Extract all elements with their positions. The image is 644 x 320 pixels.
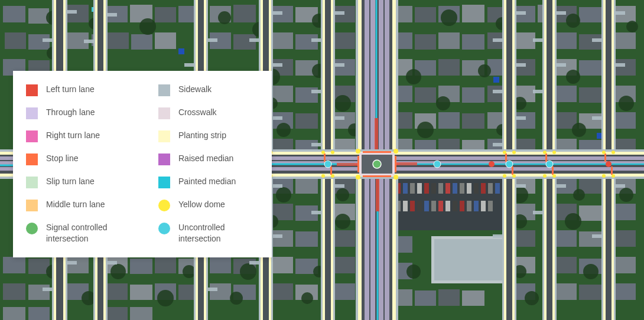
svg-point-225	[619, 96, 634, 111]
svg-rect-8	[178, 6, 196, 22]
svg-rect-178	[614, 257, 636, 273]
svg-rect-182	[106, 283, 128, 300]
svg-point-387	[606, 161, 612, 167]
svg-rect-201	[28, 307, 50, 320]
legend-label: Stop line	[46, 153, 78, 164]
svg-rect-23	[579, 7, 601, 22]
svg-rect-126	[410, 201, 415, 211]
svg-rect-32	[178, 48, 184, 54]
svg-rect-381	[545, 154, 547, 162]
legend-swatch-icon	[158, 154, 170, 165]
svg-rect-195	[462, 290, 484, 306]
svg-point-222	[334, 95, 351, 112]
svg-point-406	[543, 174, 547, 178]
svg-point-226	[277, 123, 291, 137]
svg-rect-160	[614, 230, 636, 247]
svg-point-373	[356, 175, 360, 179]
svg-rect-70	[462, 87, 484, 103]
svg-point-372	[393, 149, 398, 154]
signal-intersection-icon	[373, 160, 381, 168]
svg-rect-135	[474, 201, 479, 211]
legend-label: Left turn lane	[46, 84, 95, 95]
svg-rect-149	[614, 204, 636, 220]
legend-swatch-icon	[26, 200, 38, 211]
svg-rect-152	[272, 230, 293, 247]
svg-point-231	[276, 187, 291, 203]
svg-rect-59	[514, 59, 535, 76]
legend-swatch-icon	[158, 107, 170, 119]
legend-label: Right turn lane	[46, 130, 100, 141]
svg-rect-31	[155, 32, 176, 49]
svg-rect-64	[295, 87, 318, 103]
svg-point-408	[602, 151, 606, 154]
svg-point-237	[335, 214, 350, 229]
svg-rect-133	[460, 201, 464, 211]
legend-label: Through lane	[46, 107, 95, 118]
svg-rect-170	[272, 257, 293, 273]
svg-rect-41	[438, 32, 460, 49]
svg-rect-7	[155, 7, 176, 22]
legend-label: Middle turn lane	[46, 199, 105, 210]
legend-label: Sidewalk	[178, 84, 212, 95]
svg-point-396	[321, 151, 325, 154]
svg-point-386	[489, 161, 495, 167]
svg-rect-179	[3, 283, 25, 300]
svg-point-242	[183, 265, 196, 278]
svg-rect-10	[233, 5, 256, 22]
svg-rect-199	[614, 283, 636, 300]
svg-rect-186	[210, 283, 231, 300]
legend-item: Signal controlled intersection	[26, 222, 123, 244]
legend-label: Uncontrolled intersection	[178, 222, 255, 244]
svg-rect-185	[178, 285, 196, 300]
svg-point-399	[331, 174, 334, 178]
svg-point-398	[321, 174, 325, 178]
svg-rect-153	[295, 231, 318, 247]
svg-rect-84	[462, 113, 484, 129]
svg-rect-384	[611, 166, 613, 175]
svg-point-243	[240, 263, 256, 280]
svg-rect-75	[579, 87, 601, 103]
legend-swatch-icon	[158, 200, 170, 211]
svg-rect-128	[424, 201, 429, 211]
svg-rect-190	[334, 283, 355, 300]
legend-swatch-icon	[158, 223, 170, 234]
svg-rect-193	[415, 290, 436, 306]
svg-rect-188	[272, 283, 293, 300]
svg-rect-176	[555, 257, 577, 273]
svg-point-397	[331, 151, 334, 154]
svg-rect-202	[106, 307, 128, 320]
svg-point-214	[626, 21, 638, 32]
svg-rect-163	[65, 257, 89, 273]
legend-label: Signal controlled intersection	[46, 222, 123, 244]
legend-item: Uncontrolled intersection	[158, 222, 255, 244]
svg-point-223	[436, 96, 450, 110]
svg-rect-123	[495, 183, 500, 194]
svg-rect-161	[3, 257, 25, 273]
legend-label: Slip turn lane	[46, 176, 95, 187]
svg-rect-105	[295, 178, 318, 194]
svg-rect-122	[488, 183, 493, 194]
svg-rect-16	[415, 7, 436, 22]
svg-point-249	[157, 290, 174, 306]
svg-rect-1	[3, 6, 25, 22]
svg-point-374	[393, 175, 398, 179]
legend-swatch-icon	[26, 154, 38, 165]
svg-point-388	[324, 161, 331, 168]
svg-rect-127	[417, 201, 422, 211]
svg-point-207	[218, 11, 231, 24]
svg-rect-165	[130, 259, 152, 274]
svg-rect-166	[155, 257, 176, 273]
svg-rect-157	[514, 230, 535, 247]
svg-rect-129	[431, 201, 436, 211]
svg-rect-159	[579, 231, 601, 247]
svg-point-252	[525, 291, 539, 305]
svg-point-245	[406, 265, 421, 279]
svg-rect-89	[614, 112, 636, 129]
legend-item: Painted median	[158, 176, 255, 188]
svg-rect-168	[210, 257, 231, 273]
svg-rect-380	[512, 166, 513, 175]
svg-rect-35	[272, 32, 293, 49]
legend-item: Sidewalk	[158, 84, 255, 96]
svg-rect-25	[5, 32, 26, 49]
svg-point-401	[512, 151, 516, 154]
